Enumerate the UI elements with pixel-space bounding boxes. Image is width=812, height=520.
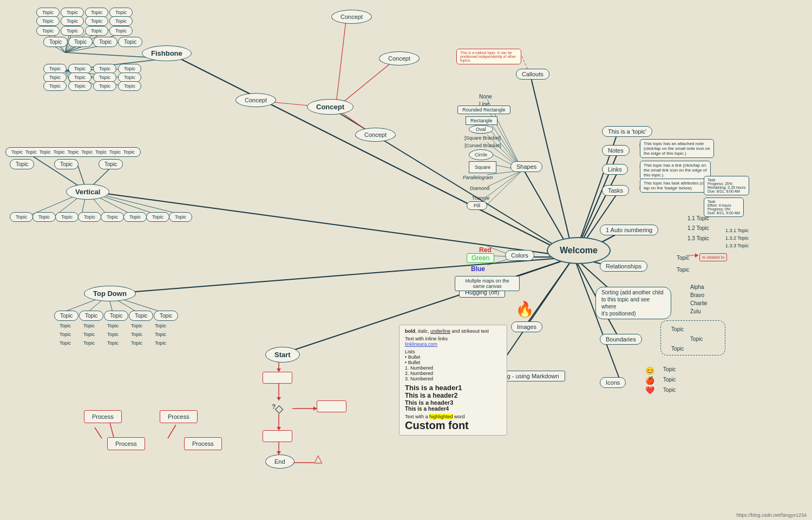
rt-num1: 1. Numbered (405, 365, 501, 371)
rt-lists-label: Lists (405, 349, 501, 354)
url-credit: https://blog.csdn.net/fangyx1234 (736, 512, 807, 518)
sun-icon: 😊 (645, 366, 654, 375)
rt-h3: This is a header3 (405, 399, 501, 406)
rich-text-content: bold, italic, underline and strikeout te… (399, 325, 507, 436)
rt-link[interactable]: linklineara.com (405, 341, 437, 347)
triangle-dot: · (317, 455, 318, 460)
rt-bold: bold, italic, underline and strikeout te… (405, 328, 501, 334)
rt-links-label: Text with inline links (405, 336, 501, 341)
apple-icon: 🍎 (645, 376, 654, 385)
heart-icon: ❤️ (645, 386, 654, 394)
rt-h2: This is a header2 (405, 392, 501, 399)
question-mark: ? (272, 403, 276, 411)
rt-h4: This is a header4 (405, 406, 501, 412)
rt-h1: This is a header1 (405, 384, 501, 392)
rt-num2: 2. Numbered (405, 371, 501, 376)
rt-custom-font: Custom font (405, 419, 501, 432)
rt-num3: 3. Numbered (405, 376, 501, 381)
rt-bullet1: • Bullet (405, 354, 501, 360)
rt-bullet2: • Bullet (405, 360, 501, 365)
fire-icon: 🔥 (515, 300, 534, 318)
rt-highlight: Text with a highlighted word (405, 414, 501, 419)
